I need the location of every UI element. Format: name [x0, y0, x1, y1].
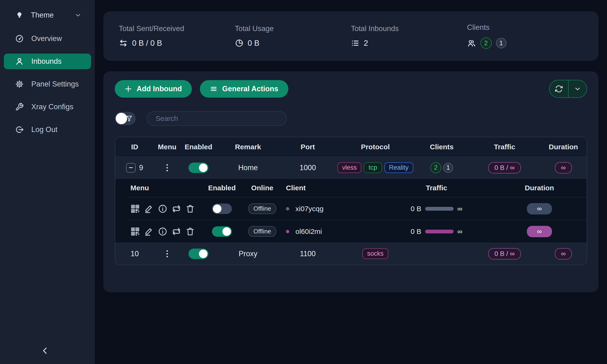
pencil-icon[interactable] [144, 227, 154, 236]
people-icon [467, 39, 476, 48]
subcol-header-client: Client [281, 184, 381, 192]
row-menu-button[interactable] [165, 249, 169, 259]
subtable-header-row: Menu Enabled Online Client Traffic Durat… [115, 179, 587, 197]
toggle-knob [116, 113, 127, 124]
sidebar-item-overview[interactable]: Overview [4, 31, 91, 46]
trash-icon[interactable] [185, 227, 195, 236]
inbound-port: 1100 [279, 249, 336, 258]
client-traffic-limit: ∞ [457, 228, 462, 235]
stat-total-inbounds: Total Inbounds 2 [351, 25, 467, 48]
repeat-icon[interactable] [172, 204, 181, 213]
sidebar-item-panel-settings[interactable]: Panel Settings [4, 76, 91, 92]
info-icon[interactable] [158, 227, 167, 236]
info-icon[interactable] [158, 204, 167, 213]
stats-card: Total Sent/Received 0 B / 0 B Total Usag… [103, 11, 598, 61]
clients-subtable: Menu Enabled Online Client Traffic Durat… [115, 179, 587, 243]
client-row-xi07ycqg: Offline xi07ycqg 0 B ∞ ∞ [115, 197, 587, 220]
stat-title: Total Usage [235, 25, 351, 33]
inbound-id: 9 [139, 164, 143, 172]
inbound-enabled-toggle[interactable] [188, 248, 208, 259]
protocol-tag-reality: Reality [384, 162, 413, 173]
subcol-header-traffic: Traffic [381, 184, 492, 192]
chevron-down-icon [574, 85, 581, 93]
stat-value: 0 B [248, 39, 260, 48]
search-row [115, 111, 587, 126]
app-root: Theme Overview Inbounds [0, 0, 607, 364]
sidebar-item-label: Overview [31, 34, 62, 43]
client-row-ol60i2mi: Offline ol60i2mi 0 B ∞ ∞ [115, 220, 587, 243]
filter-toggle[interactable] [115, 112, 136, 125]
inbound-row-9: 9 Home 1000 vless tcp Reality 2 [115, 157, 587, 179]
row-menu-button[interactable] [165, 163, 169, 173]
stat-total-usage: Total Usage 0 B [235, 25, 351, 48]
clients-count-badge: 1 [443, 163, 453, 173]
transfer-icon [119, 39, 128, 48]
client-color-dot [286, 230, 289, 233]
logout-icon [15, 125, 24, 134]
protocol-tag-socks: socks [362, 248, 388, 259]
sidebar-item-label: Inbounds [31, 57, 62, 66]
stat-title: Total Inbounds [351, 25, 467, 33]
pencil-icon[interactable] [144, 204, 154, 213]
col-header-duration: Duration [540, 143, 587, 151]
main-content: Total Sent/Received 0 B / 0 B Total Usag… [95, 0, 607, 364]
sidebar-item-xray-configs[interactable]: Xray Configs [4, 99, 91, 115]
inbound-enabled-toggle[interactable] [188, 163, 208, 173]
client-traffic-used: 0 B [411, 205, 421, 213]
refresh-icon [554, 85, 563, 93]
client-color-dot [286, 207, 289, 210]
inbounds-card: Add Inbound General Actions [103, 71, 598, 292]
inbound-port: 1000 [279, 164, 336, 172]
inbound-row-10: 10 Proxy 1100 socks 0 B / ∞ ∞ [115, 243, 587, 264]
sidebar-item-label: Xray Configs [31, 103, 73, 111]
sidebar-nav: Overview Inbounds Panel Settings Xray Co… [0, 31, 95, 137]
stat-value: 0 B / 0 B [132, 39, 162, 48]
inbound-remark: Home [217, 164, 279, 172]
client-name: ol60i2mi [295, 228, 322, 235]
search-input[interactable] [146, 111, 287, 126]
subcol-header-menu: Menu [115, 184, 201, 192]
sidebar-collapse-button[interactable] [40, 346, 50, 356]
bulb-icon [15, 11, 24, 19]
refresh-dropdown-button[interactable] [568, 80, 587, 97]
protocol-tag-tcp: tcp [364, 162, 382, 173]
stat-clients: Clients 2 1 [467, 23, 583, 49]
protocol-tag-vless: vless [337, 162, 362, 173]
toolbar: Add Inbound General Actions [115, 80, 587, 98]
trash-icon[interactable] [185, 204, 195, 213]
list-icon [351, 39, 359, 47]
qr-code-icon[interactable] [131, 227, 140, 236]
clients-deactivated-badge: 1 [496, 38, 506, 48]
sidebar-item-inbounds[interactable]: Inbounds [4, 53, 91, 69]
duration-pill: ∞ [555, 162, 572, 173]
client-duration-pill: ∞ [527, 226, 552, 237]
subcol-header-duration: Duration [492, 184, 587, 192]
inbounds-table: ID Menu Enabled Remark Port Protocol Cli… [115, 137, 587, 265]
client-traffic-used: 0 B [411, 228, 421, 235]
duration-pill: ∞ [555, 248, 572, 260]
client-name: xi07ycqg [295, 205, 323, 213]
general-actions-button[interactable]: General Actions [200, 80, 288, 98]
client-traffic-limit: ∞ [457, 205, 462, 213]
collapse-row-icon[interactable] [126, 163, 136, 172]
client-duration-pill: ∞ [527, 203, 552, 214]
refresh-button[interactable] [550, 80, 568, 97]
add-inbound-button[interactable]: Add Inbound [115, 80, 192, 98]
client-enabled-toggle[interactable] [212, 204, 232, 214]
inbound-remark: Proxy [217, 249, 279, 258]
qr-code-icon[interactable] [131, 204, 140, 213]
theme-selector[interactable]: Theme [0, 8, 95, 22]
subcol-header-enabled: Enabled [201, 184, 243, 192]
online-status-badge: Offline [248, 226, 277, 237]
traffic-progress-bar [425, 230, 454, 234]
client-enabled-toggle[interactable] [212, 226, 232, 237]
col-header-remark: Remark [217, 143, 279, 151]
sidebar: Theme Overview Inbounds [0, 0, 95, 364]
online-status-badge: Offline [248, 203, 277, 214]
theme-label: Theme [31, 11, 53, 19]
repeat-icon[interactable] [172, 227, 181, 236]
wrench-icon [15, 103, 24, 111]
sidebar-item-logout[interactable]: Log Out [4, 122, 91, 137]
col-header-port: Port [279, 143, 336, 151]
sidebar-item-label: Panel Settings [31, 80, 79, 88]
